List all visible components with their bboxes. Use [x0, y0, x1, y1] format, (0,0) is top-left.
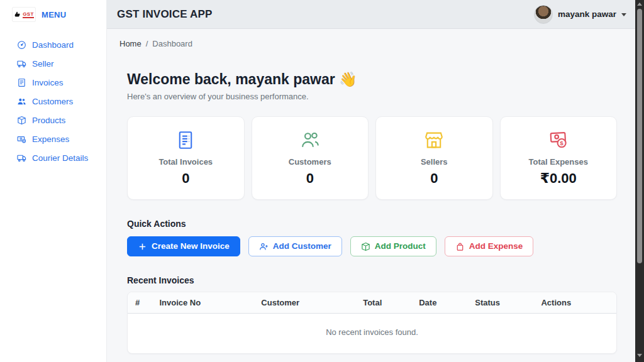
- col-header-total: Total: [357, 292, 413, 314]
- browser-scrollbar[interactable]: [635, 0, 644, 362]
- sidebar-item-seller[interactable]: Seller: [0, 54, 106, 73]
- person-plus-icon: [259, 242, 269, 251]
- sidebar-item-invoices[interactable]: Invoices: [0, 73, 106, 92]
- stat-label: Total Expenses: [529, 157, 588, 167]
- col-header-customer: Customer: [255, 292, 357, 314]
- topbar: GST INVOICE APP mayank pawar: [107, 0, 635, 29]
- breadcrumb: Home / Dashboard: [119, 39, 617, 48]
- sidebar-nav: Dashboard Seller Invoices Customers Prod…: [0, 35, 106, 167]
- sidebar-item-products[interactable]: Products: [0, 111, 106, 129]
- sidebar-item-label: Courier Details: [32, 153, 88, 163]
- speedometer-icon: [17, 40, 26, 50]
- add-customer-button[interactable]: Add Customer: [248, 236, 342, 256]
- scrollbar-up-arrow-icon[interactable]: [637, 3, 642, 6]
- plus-icon: [138, 242, 147, 251]
- button-label: Create New Invoice: [152, 241, 230, 251]
- quick-actions-title: Quick Actions: [127, 219, 617, 229]
- brand[interactable]: GST MENU: [0, 0, 106, 30]
- stat-card-sellers: Sellers 0: [375, 116, 493, 200]
- page-title: GST INVOICE APP: [117, 8, 213, 21]
- user-name: mayank pawar: [558, 9, 616, 19]
- cash-icon: [17, 134, 26, 144]
- button-label: Add Customer: [273, 241, 331, 251]
- add-product-button[interactable]: Add Product: [350, 236, 436, 256]
- recent-invoices-table: # Invoice No Customer Total Date Status …: [127, 292, 617, 354]
- logo-glyph-icon: [14, 11, 22, 19]
- scrollbar-thumb[interactable]: [637, 9, 642, 263]
- menu-label: MENU: [42, 10, 66, 19]
- app-window: GST MENU Dashboard Seller Invoices Custo…: [0, 0, 644, 362]
- breadcrumb-separator: /: [146, 39, 148, 48]
- scrollbar-down-arrow-icon[interactable]: [637, 354, 642, 357]
- welcome-subtitle: Here's an overview of your business perf…: [127, 92, 617, 101]
- truck-icon: [17, 59, 26, 69]
- shop-icon: [423, 129, 445, 151]
- content: Home / Dashboard Welcome back, mayank pa…: [107, 29, 635, 362]
- col-header-actions: Actions: [535, 292, 616, 314]
- button-label: Add Expense: [469, 241, 523, 251]
- people-icon: [17, 97, 26, 106]
- sidebar-item-label: Products: [32, 116, 65, 125]
- col-header-invoice-no: Invoice No: [153, 292, 255, 314]
- stat-value: 0: [306, 170, 314, 187]
- bag-icon: [455, 242, 465, 251]
- stat-label: Sellers: [421, 157, 448, 167]
- sidebar-item-expenses[interactable]: Expenses: [0, 129, 106, 148]
- box-icon: [17, 116, 26, 125]
- table-header-row: # Invoice No Customer Total Date Status …: [128, 292, 616, 314]
- user-menu[interactable]: mayank pawar: [534, 5, 626, 24]
- sidebar-item-label: Seller: [32, 59, 54, 69]
- people-icon: [299, 129, 321, 151]
- create-new-invoice-button[interactable]: Create New Invoice: [127, 236, 240, 256]
- sidebar-item-label: Dashboard: [32, 40, 74, 50]
- receipt-icon: [175, 129, 196, 151]
- welcome-title: Welcome back, mayank pawar 👋: [127, 71, 617, 88]
- sidebar-item-courier-details[interactable]: Courier Details: [0, 148, 106, 167]
- truck-icon: [17, 153, 26, 163]
- sidebar-item-label: Expenses: [32, 134, 69, 144]
- box-icon: [361, 242, 370, 251]
- stat-value: ₹0.00: [540, 170, 577, 187]
- main-area: GST INVOICE APP mayank pawar Home / Dash…: [107, 0, 635, 362]
- sidebar-item-label: Customers: [32, 97, 73, 106]
- logo-text: GST: [23, 11, 34, 18]
- cash-coin-icon: $: [548, 129, 569, 151]
- sidebar-item-label: Invoices: [32, 78, 64, 87]
- sidebar-item-dashboard[interactable]: Dashboard: [0, 35, 106, 54]
- col-header-index: #: [128, 292, 153, 314]
- stat-card-total-expenses: $ Total Expenses ₹0.00: [500, 116, 618, 200]
- add-expense-button[interactable]: Add Expense: [445, 236, 534, 256]
- sidebar: GST MENU Dashboard Seller Invoices Custo…: [0, 0, 107, 362]
- invoice-icon: [17, 78, 26, 87]
- button-label: Add Product: [375, 241, 426, 251]
- stats-row: Total Invoices 0 Customers 0 Sellers 0 $…: [127, 116, 617, 200]
- stat-card-total-invoices: Total Invoices 0: [127, 116, 245, 200]
- stat-label: Total Invoices: [158, 157, 213, 167]
- col-header-date: Date: [413, 292, 469, 314]
- breadcrumb-current: Dashboard: [152, 39, 192, 48]
- stat-card-customers: Customers 0: [252, 116, 369, 200]
- stat-value: 0: [430, 170, 438, 187]
- empty-state-row: No recent invoices found.: [128, 314, 616, 354]
- app-logo: GST: [13, 8, 35, 21]
- recent-invoices-title: Recent Invoices: [127, 275, 617, 285]
- col-header-status: Status: [469, 292, 535, 314]
- chevron-down-icon: [621, 13, 626, 16]
- quick-actions-row: Create New Invoice Add Customer Add Prod…: [127, 236, 617, 256]
- stat-label: Customers: [289, 157, 331, 167]
- svg-text:$: $: [560, 140, 564, 146]
- breadcrumb-home-link[interactable]: Home: [119, 39, 142, 48]
- empty-message: No recent invoices found.: [128, 314, 616, 354]
- stat-value: 0: [182, 170, 189, 187]
- avatar: [534, 5, 553, 24]
- sidebar-item-customers[interactable]: Customers: [0, 92, 106, 111]
